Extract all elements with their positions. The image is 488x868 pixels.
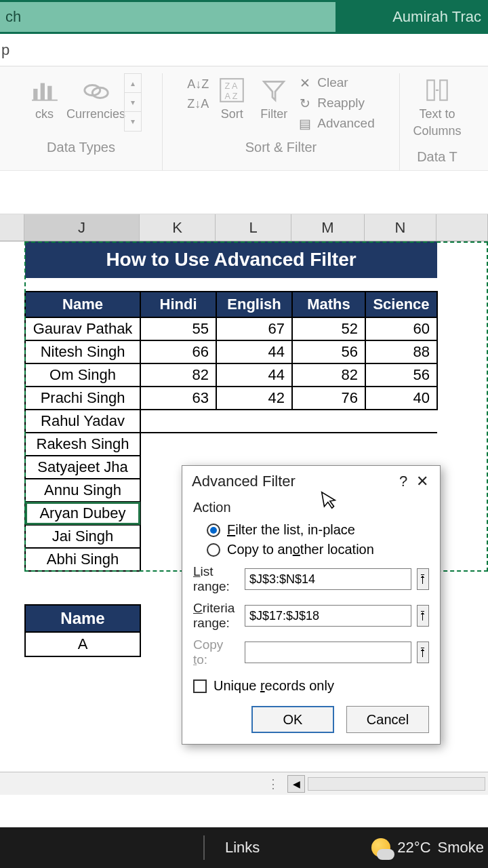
dialog-close-button[interactable]: ✕ xyxy=(413,473,432,490)
currencies-label: Currencies xyxy=(66,107,125,121)
filter-icon xyxy=(260,76,288,104)
dialog-title: Advanced Filter xyxy=(192,473,394,490)
scrollbar-track[interactable] xyxy=(308,777,485,791)
sheet-tab-overflow-icon[interactable]: ⋮ xyxy=(0,776,285,791)
sort-asc-button[interactable]: A↓Z xyxy=(187,77,209,92)
gallery-spinner[interactable]: ▴ ▾ ▾ xyxy=(124,73,142,132)
stocks-icon xyxy=(30,76,59,104)
col-header-L[interactable]: L xyxy=(216,214,291,241)
name-box-row: p xyxy=(0,34,488,66)
col-header-M[interactable]: M xyxy=(291,214,365,241)
col-header-J[interactable]: J xyxy=(24,214,140,241)
table-row: Nitesh Singh66445688 xyxy=(25,340,437,363)
reapply-icon: ↻ xyxy=(297,95,313,111)
svg-rect-9 xyxy=(440,80,447,100)
list-range-picker[interactable]: ⭱ xyxy=(417,568,429,590)
text-to-columns-label1: Text to xyxy=(419,107,455,121)
advanced-label: Advanced xyxy=(317,116,375,131)
advanced-filter-dialog: Advanced Filter ? ✕ Action FFilter the l… xyxy=(182,465,441,745)
filter-button[interactable]: Filter xyxy=(255,73,293,124)
svg-rect-1 xyxy=(40,83,44,100)
criteria-range-input[interactable] xyxy=(245,605,411,627)
table-row: Prachi Singh63427640 xyxy=(25,387,437,410)
list-range-input[interactable] xyxy=(245,568,411,590)
group-label-sort-filter: Sort & Filter xyxy=(245,132,317,161)
sort-desc-button[interactable]: Z↓A xyxy=(187,97,209,111)
clear-button[interactable]: ✕ Clear xyxy=(297,75,375,91)
text-to-columns-button[interactable]: Text to Columns xyxy=(413,73,461,141)
th-name: Name xyxy=(25,292,140,317)
taskbar-links[interactable]: Links xyxy=(217,839,260,856)
sort-asc-icon: A↓Z xyxy=(187,77,209,92)
taskbar: Links 22°C Smoke xyxy=(0,827,488,868)
table-row: Gaurav Pathak55675260 xyxy=(25,317,437,340)
currencies-icon xyxy=(82,76,110,104)
advanced-icon: ▤ xyxy=(297,115,313,132)
sort-desc-icon: Z↓A xyxy=(187,97,209,111)
col-header-K[interactable]: K xyxy=(140,214,216,241)
svg-rect-2 xyxy=(47,86,52,100)
weather-temp: 22°C xyxy=(397,839,430,856)
copy-to-input xyxy=(245,642,411,663)
spinner-down-icon[interactable]: ▾ xyxy=(125,93,141,112)
taskbar-weather[interactable]: 22°C Smoke xyxy=(371,838,488,857)
search-box[interactable]: ch xyxy=(0,2,336,32)
reapply-button[interactable]: ↻ Reapply xyxy=(297,95,375,111)
svg-rect-8 xyxy=(427,80,434,100)
clear-icon: ✕ xyxy=(297,75,313,91)
th-science: Science xyxy=(365,292,437,317)
radio-copy-location[interactable]: Copy to another location xyxy=(207,542,429,557)
radio-filter-inplace[interactable]: FFilter the list, in-placeilter the list… xyxy=(207,522,429,538)
copy-to-picker[interactable]: ⭱ xyxy=(417,642,429,663)
list-range-label: List range: xyxy=(193,564,239,594)
th-english: English xyxy=(216,292,292,317)
cancel-button[interactable]: Cancel xyxy=(346,706,429,733)
th-hindi: Hindi xyxy=(140,292,216,317)
th-maths: Maths xyxy=(292,292,365,317)
stocks-button[interactable]: cks xyxy=(21,73,68,124)
sort-button[interactable]: Z AA Z Sort xyxy=(213,73,251,124)
spinner-up-icon[interactable]: ▴ xyxy=(125,74,141,93)
weather-icon xyxy=(371,838,390,857)
weather-cond: Smoke xyxy=(438,839,484,856)
svg-rect-0 xyxy=(33,89,37,100)
criteria-range-picker[interactable]: ⭱ xyxy=(417,605,429,627)
currencies-button[interactable]: Currencies xyxy=(73,73,120,124)
unique-records-checkbox[interactable]: Unique records only xyxy=(193,678,429,694)
table-row: Rakesh Singh xyxy=(25,433,437,456)
name-box-text: p xyxy=(1,41,9,59)
reapply-label: Reapply xyxy=(317,96,365,111)
advanced-button[interactable]: ▤ Advanced xyxy=(297,115,375,132)
table-row: Om Singh82448256 xyxy=(25,363,437,387)
horizontal-scrollbar[interactable]: ⋮ ◀ xyxy=(0,772,488,795)
radio-inplace-label: FFilter the list, in-placeilter the list… xyxy=(227,522,355,538)
title-right-text: Aumirah Trac xyxy=(336,8,488,26)
scroll-left-button[interactable]: ◀ xyxy=(287,775,305,793)
banner-title: How to Use Advanced Filter xyxy=(25,241,437,278)
stocks-label: cks xyxy=(35,107,54,121)
copy-to-label: Copy to: xyxy=(193,637,239,667)
column-headers[interactable]: J K L M N xyxy=(0,214,488,241)
criteria-range-label: Criteria range: xyxy=(193,601,239,631)
svg-text:A Z: A Z xyxy=(225,92,238,101)
dialog-action-label: Action xyxy=(193,500,429,515)
sort-label: Sort xyxy=(221,107,243,121)
ok-button[interactable]: OK xyxy=(251,706,334,733)
radio-icon xyxy=(207,543,220,557)
table-row: Rahul Yadav xyxy=(25,410,437,433)
group-label-data-tools: Data T xyxy=(417,141,458,170)
checkbox-icon xyxy=(193,679,207,693)
criteria-header[interactable]: Name xyxy=(25,605,140,632)
criteria-value[interactable]: A xyxy=(25,632,140,656)
text-to-columns-icon xyxy=(423,76,451,104)
unique-records-label: Unique records only xyxy=(214,678,334,694)
formula-bar-area[interactable] xyxy=(0,171,488,214)
col-header-N[interactable]: N xyxy=(365,214,436,241)
sort-icon: Z AA Z xyxy=(218,76,246,104)
ribbon: cks Currencies ▴ ▾ ▾ Data Types xyxy=(0,66,488,171)
text-to-columns-label2: Columns xyxy=(413,124,461,138)
spinner-more-icon[interactable]: ▾ xyxy=(125,112,141,131)
dialog-help-button[interactable]: ? xyxy=(394,473,413,490)
group-label-data-types: Data Types xyxy=(47,132,115,161)
radio-icon xyxy=(207,524,220,537)
